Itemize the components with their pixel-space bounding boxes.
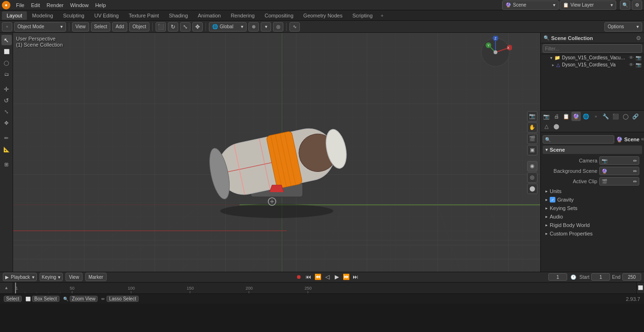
play-reverse-btn[interactable]: ◁ [323, 273, 331, 281]
visibility-icon[interactable]: 👁 [629, 55, 634, 60]
camera-value[interactable]: 📷 ✏ [599, 156, 639, 165]
tab-rendering[interactable]: Rendering [226, 11, 259, 20]
mode-selector[interactable]: Object Mode ▾ [14, 22, 66, 32]
gravity-checkbox[interactable]: ✓ [550, 197, 555, 202]
outliner-item-mesh[interactable]: ▸ △ Dyson_V15_Cordless_Va 👁 📷 [541, 61, 644, 68]
current-frame-input[interactable]: 1 [548, 273, 567, 281]
playback-dropdown[interactable]: ▶ Playback ▾ [3, 273, 37, 281]
prop-tab-world[interactable]: 🌐 [581, 112, 591, 121]
timeline-view-btn[interactable]: View [66, 273, 83, 281]
outliner-search[interactable] [543, 44, 642, 53]
jump-start-btn[interactable]: ⏮ [304, 273, 313, 281]
tab-animation[interactable]: Animation [193, 11, 226, 20]
hand-pan[interactable]: ✋ [527, 122, 537, 133]
frame-rate-btn[interactable]: 🕐 [569, 273, 578, 281]
nav-gizmo[interactable]: X Y Z [479, 36, 512, 69]
timeline-marker-btn[interactable]: Marker [85, 273, 107, 281]
rotate-icon[interactable]: ↻ [168, 22, 178, 32]
viewport-shading-rendered[interactable]: ⬤ [527, 184, 537, 194]
prop-search[interactable] [552, 137, 612, 142]
menu-help[interactable]: Help [92, 1, 109, 9]
tab-sculpting[interactable]: Sculpting [58, 11, 89, 20]
tool-measure[interactable]: 📐 [1, 144, 12, 154]
tab-add[interactable]: + [378, 12, 386, 19]
prop-tab-physics[interactable]: ◯ [621, 112, 630, 121]
object-icon[interactable]: ▫ [2, 22, 12, 32]
prop-tab-particles[interactable]: ⬛ [611, 112, 620, 121]
tab-compositing[interactable]: Compositing [260, 11, 298, 20]
end-frame-input[interactable]: 250 [622, 273, 641, 281]
render-display[interactable]: 🎬 [527, 134, 537, 144]
visibility-icon-mesh[interactable]: 👁 [629, 62, 634, 67]
step-back-btn[interactable]: ⏪ [314, 273, 322, 281]
viewport-shading-material[interactable]: ◎ [527, 172, 537, 183]
active-clip-picker[interactable]: ✏ [633, 179, 637, 184]
camera-picker[interactable]: ✏ [633, 158, 637, 163]
jump-end-btn[interactable]: ⏭ [351, 273, 360, 281]
tab-modeling[interactable]: Modeling [27, 11, 58, 20]
prop-tab-modifiers[interactable]: 🔧 [601, 112, 611, 121]
graph-icon[interactable]: ∿ [289, 22, 300, 32]
prop-tab-object[interactable]: ▫ [591, 112, 601, 121]
select-menu[interactable]: Select [91, 22, 111, 32]
transform-space[interactable]: 🌐 Global ▾ [209, 22, 247, 32]
view-layer-selector[interactable]: 📋 View Layer ▾ [560, 0, 616, 10]
background-scene-value[interactable]: 🔮 ✏ [599, 167, 639, 175]
snap-magnet[interactable]: ⊕ [248, 22, 259, 32]
tab-layout[interactable]: Layout [2, 11, 27, 20]
custom-props-header[interactable]: ▸ Custom Properties [543, 230, 642, 237]
search-btn[interactable]: 🔍 [620, 0, 630, 10]
tool-rotate[interactable]: ↺ [1, 95, 12, 105]
object-menu[interactable]: Object [129, 22, 149, 32]
tab-uv-editing[interactable]: UV Editing [90, 11, 124, 20]
tool-scale[interactable]: ⤡ [1, 106, 12, 117]
snap-options[interactable]: ▾ [261, 22, 271, 32]
add-menu[interactable]: Add [112, 22, 127, 32]
scale-icon[interactable]: ⤡ [180, 22, 190, 32]
viewport-shading-solid[interactable]: ◉ [527, 161, 537, 171]
tab-geometry-nodes[interactable]: Geometry Nodes [298, 11, 347, 20]
scene-selector[interactable]: 🔮 Blender Scene ▾ [502, 0, 559, 10]
menu-edit[interactable]: Edit [28, 1, 43, 9]
outliner-filter[interactable]: ⚙ [636, 35, 641, 41]
menu-file[interactable]: File [13, 1, 27, 9]
rigid-body-header[interactable]: ▸ Rigid Body World [543, 221, 642, 229]
active-clip-value[interactable]: 🎬 ✏ [599, 177, 639, 186]
tool-select-lasso[interactable]: 🗂 [1, 69, 12, 79]
tool-move[interactable]: ✛ [1, 84, 12, 94]
prop-tab-scene[interactable]: 🔮 [571, 112, 581, 121]
tab-texture-paint[interactable]: Texture Paint [124, 11, 164, 20]
tool-transform[interactable]: ✥ [1, 118, 12, 128]
scene-section-header[interactable]: ▾ Scene [543, 146, 642, 154]
prop-tab-data[interactable]: △ [542, 121, 551, 131]
view-menu[interactable]: View [72, 22, 89, 32]
tab-shading[interactable]: Shading [164, 11, 192, 20]
tab-scripting[interactable]: Scripting [347, 11, 377, 20]
camera-toggle[interactable]: 📷 [527, 111, 537, 121]
tool-select-box[interactable]: ⬜ [1, 46, 12, 57]
info-btn[interactable]: ⚙ [632, 0, 642, 10]
prop-tab-material[interactable]: ⬤ [552, 121, 561, 131]
prop-tab-view-layer[interactable]: 📋 [561, 112, 571, 121]
menu-window[interactable]: Window [67, 1, 91, 9]
transform-icon[interactable]: ⬛ [156, 22, 166, 32]
units-section-header[interactable]: ▸ Units [543, 187, 642, 195]
record-btn[interactable]: ⏺ [295, 273, 303, 281]
render-icon[interactable]: 📷 [636, 55, 641, 60]
tool-add[interactable]: ⊞ [1, 159, 12, 170]
prop-tab-constraints[interactable]: 🔗 [631, 112, 640, 121]
options-btn[interactable]: Options ▾ [604, 22, 642, 32]
start-frame-input[interactable]: 1 [591, 273, 610, 281]
tool-select-circle[interactable]: ◯ [1, 57, 12, 68]
timeline-ruler[interactable]: 1 50 100 150 200 250 [13, 283, 636, 293]
step-forward-btn[interactable]: ⏩ [342, 273, 350, 281]
prop-tab-render[interactable]: 📷 [542, 112, 551, 121]
render-icon-mesh[interactable]: 📷 [636, 62, 641, 67]
audio-section-header[interactable]: ▸ Audio [543, 213, 642, 220]
outliner-item-collection[interactable]: ▾ 📁 Dyson_V15_Cordless_Vacuum 👁 📷 [541, 54, 644, 61]
menu-render[interactable]: Render [44, 1, 66, 9]
timeline-collapse[interactable]: ▲ [4, 285, 8, 290]
keying-dropdown[interactable]: Keying ▾ [40, 273, 63, 281]
gravity-section-header[interactable]: ▸ ✓ Gravity [543, 196, 642, 203]
background-scene-picker[interactable]: ✏ [633, 169, 637, 174]
